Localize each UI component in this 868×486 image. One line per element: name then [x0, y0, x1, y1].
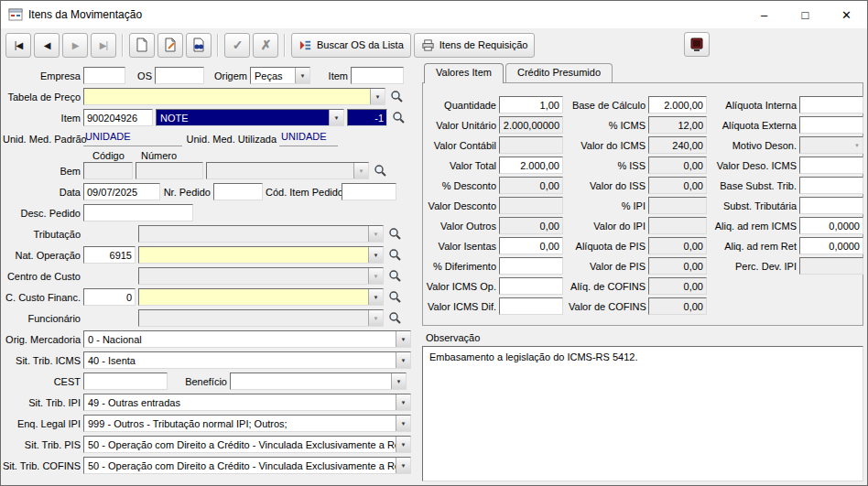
bem-select[interactable]: ▼: [206, 162, 369, 179]
valores-pane: Valores Item Crédito Presumido Quantidad…: [420, 61, 867, 485]
item-code-field[interactable]: 900204926: [83, 109, 153, 126]
base-calculo-field[interactable]: 2.000,00: [648, 96, 707, 113]
valor-icms-dif-field[interactable]: [499, 297, 563, 315]
cod-item-pedido-field[interactable]: [342, 183, 396, 200]
valor-iss-label: Valor do ISS: [569, 180, 646, 191]
tab-valores-item[interactable]: Valores Item: [424, 63, 504, 83]
dropdown-arrow-icon: ▼: [368, 247, 383, 263]
aliquota-pis-field[interactable]: 0,00: [648, 237, 707, 254]
subst-tributaria-field[interactable]: [799, 197, 863, 214]
maximize-button[interactable]: □: [785, 1, 826, 28]
aliq-cofins-field[interactable]: 0,00: [648, 277, 707, 295]
perc-icms-field[interactable]: 12,00: [648, 116, 707, 134]
sit-trib-ipi-select[interactable]: 49 - Outras entradas ▼: [83, 394, 411, 411]
motivo-deson-select[interactable]: ▼: [799, 136, 863, 154]
cest-field[interactable]: [83, 373, 168, 390]
exit-button[interactable]: [684, 32, 710, 57]
new-item-button[interactable]: [129, 33, 155, 58]
lookup-tabela-preco-button[interactable]: [388, 88, 406, 105]
origem-label: Origem: [207, 70, 247, 81]
nat-operacao-select[interactable]: ▼: [138, 246, 384, 264]
nr-pedido-field[interactable]: [213, 183, 263, 200]
valor-cofins-field[interactable]: 0,00: [648, 297, 707, 315]
valor-total-field[interactable]: 2.000,00: [499, 157, 563, 174]
lookup-bem-button[interactable]: [372, 162, 389, 179]
sit-trib-cofins-select[interactable]: 50 - Operação com Direito a Crédito - Vi…: [83, 457, 411, 474]
valores-col2: Base de Cálculo2.000,00 % ICMS12,00 Valo…: [569, 96, 707, 325]
search-icon: [374, 164, 387, 178]
valor-unitario-field[interactable]: 2.000,00000: [499, 116, 563, 134]
cancel-button[interactable]: ✗: [253, 33, 278, 58]
edit-item-button[interactable]: [157, 33, 183, 58]
close-button[interactable]: ✕: [826, 1, 867, 28]
nav-next-button[interactable]: ▶: [62, 33, 88, 58]
empresa-field[interactable]: [83, 67, 125, 84]
data-field[interactable]: 09/07/2025: [83, 183, 160, 200]
aliq-ad-rem-icms-field[interactable]: 0,0000: [799, 217, 863, 234]
lookup-funcionario-button[interactable]: [386, 309, 404, 327]
c-custo-financ-code-field[interactable]: 0: [83, 288, 136, 306]
nav-last-icon: ▶|: [100, 40, 107, 50]
valor-contabil-field[interactable]: [499, 136, 563, 154]
confirm-button[interactable]: ✓: [224, 33, 250, 58]
os-field[interactable]: [155, 67, 204, 84]
funcionario-select[interactable]: ▼: [138, 309, 384, 327]
sit-trib-pis-value: 50 - Operação com Direito a Crédito - Vi…: [84, 437, 396, 452]
observacao-box[interactable]: Embasamento a legislação do ICMS-RS 5412…: [422, 346, 863, 481]
valor-icms-field[interactable]: 240,00: [648, 136, 707, 154]
valor-iss-field[interactable]: 0,00: [648, 177, 707, 194]
nav-first-button[interactable]: |◀: [5, 33, 31, 58]
buscar-os-button[interactable]: Buscar OS da Lista: [291, 33, 411, 58]
aliquota-interna-field[interactable]: [799, 96, 863, 113]
lookup-nat-operacao-button[interactable]: [386, 246, 404, 264]
valor-isentas-field[interactable]: 0,00: [499, 237, 563, 254]
beneficio-label: Benefício: [170, 376, 227, 387]
c-custo-financ-select[interactable]: ▼: [138, 288, 384, 306]
item-select[interactable]: NOTE ▼: [156, 109, 344, 126]
lookup-item-button[interactable]: [390, 109, 407, 126]
nav-last-button[interactable]: ▶|: [91, 33, 116, 58]
orig-mercadoria-select[interactable]: 0 - Nacional ▼: [83, 330, 411, 348]
lookup-centro-custo-button[interactable]: [386, 267, 404, 285]
valor-deso-icms-field[interactable]: [799, 157, 863, 174]
perc-dev-ipi-field[interactable]: [799, 257, 863, 275]
lookup-c-custo-financ-button[interactable]: [386, 288, 404, 306]
perc-iss-field[interactable]: 0,00: [648, 157, 707, 174]
browse-items-button[interactable]: [186, 33, 212, 58]
valor-ipi-field[interactable]: [648, 217, 707, 234]
valor-icms-op-field[interactable]: [499, 277, 563, 295]
tab-credito-presumido[interactable]: Crédito Presumido: [505, 63, 613, 82]
perc-diferimento-field[interactable]: [499, 257, 563, 275]
minimize-button[interactable]: –: [743, 1, 785, 28]
tributacao-select[interactable]: ▼: [138, 225, 384, 243]
valor-outros-label: Valor Outros: [425, 221, 496, 232]
base-subst-trib-field[interactable]: [799, 177, 863, 194]
quantidade-field[interactable]: 1,00: [499, 96, 563, 113]
sit-trib-pis-select[interactable]: 50 - Operação com Direito a Crédito - Vi…: [83, 436, 411, 453]
itens-requisicao-button[interactable]: Itens de Requisição: [414, 33, 536, 58]
origem-select[interactable]: Peças ▼: [250, 67, 310, 84]
centro-custo-select[interactable]: ▼: [138, 267, 384, 285]
valor-outros-field[interactable]: 0,00: [499, 217, 563, 234]
bem-numero-field[interactable]: [136, 162, 203, 179]
nav-prev-button[interactable]: ◀: [34, 33, 60, 58]
enq-legal-ipi-select[interactable]: 999 - Outros - Tributação normal IPI; Ou…: [83, 415, 411, 432]
tabela-preco-select[interactable]: ▼: [83, 88, 385, 105]
item-qty-field[interactable]: -1: [347, 109, 387, 126]
unid-med-padrao-value: UNIDADE: [83, 131, 182, 146]
item-header-field[interactable]: [351, 67, 404, 84]
beneficio-select[interactable]: ▼: [230, 373, 407, 390]
bem-codigo-field[interactable]: [83, 162, 133, 179]
valor-desconto-field[interactable]: [499, 197, 563, 214]
aliq-ad-rem-ret-field[interactable]: 0,0000: [799, 237, 863, 254]
aliquota-interna-label: Alíquota Interna: [712, 100, 797, 111]
desc-pedido-field[interactable]: [83, 204, 193, 221]
valor-pis-field[interactable]: 0,00: [648, 257, 707, 275]
lookup-tributacao-button[interactable]: [386, 225, 404, 243]
perc-ipi-field[interactable]: [648, 197, 707, 214]
beneficio-value: [231, 373, 391, 389]
sit-trib-icms-select[interactable]: 40 - Isenta ▼: [83, 351, 411, 369]
perc-desconto-field[interactable]: 0,00: [499, 177, 563, 194]
aliquota-externa-field[interactable]: [799, 116, 863, 134]
nat-operacao-code-field[interactable]: 6915: [83, 246, 136, 264]
